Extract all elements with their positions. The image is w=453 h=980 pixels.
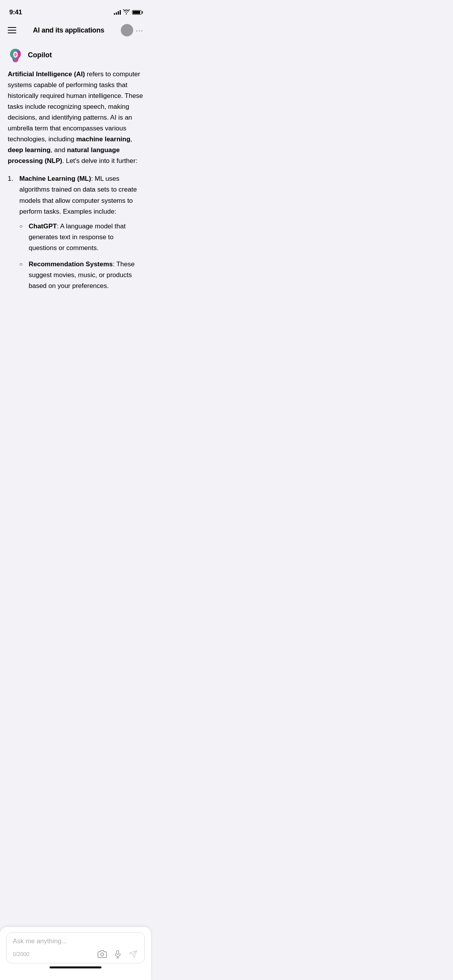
recommendation-title: Recommendation Systems	[29, 260, 113, 268]
bullet-content-chatgpt: ChatGPT: A language model that generates…	[29, 221, 143, 254]
status-bar: 9:41	[0, 0, 151, 19]
hamburger-menu-button[interactable]	[8, 27, 16, 33]
copilot-name-label: Copilot	[28, 51, 52, 59]
article-content: Artificial Intelligence (AI) refers to c…	[8, 69, 143, 297]
bullet-dot-icon: ○	[19, 222, 25, 254]
numbered-list: 1. Machine Learning (ML): ML uses algori…	[8, 173, 143, 296]
bold-ai-term: Artificial Intelligence (AI)	[8, 70, 85, 78]
copilot-logo-icon	[8, 47, 23, 63]
signal-icon	[114, 10, 121, 15]
battery-icon	[132, 10, 142, 15]
bullet-content-recommendation: Recommendation Systems: These suggest mo…	[29, 259, 143, 291]
bullet-item-recommendation: ○ Recommendation Systems: These suggest …	[19, 259, 143, 291]
main-content: Copilot Artificial Intelligence (AI) ref…	[0, 41, 151, 309]
bold-dl: deep learning	[8, 146, 51, 154]
nav-bar: AI and its applications ···	[0, 19, 151, 41]
list-item-ml: 1. Machine Learning (ML): ML uses algori…	[8, 173, 143, 296]
more-options-icon[interactable]: ···	[136, 26, 143, 35]
bold-ml: machine learning	[76, 135, 130, 143]
wifi-icon	[123, 9, 130, 15]
status-time: 9:41	[9, 9, 22, 16]
page-title: AI and its applications	[33, 26, 104, 34]
copilot-header: Copilot	[8, 47, 143, 63]
article-intro: Artificial Intelligence (AI) refers to c…	[8, 69, 143, 166]
avatar[interactable]	[121, 24, 133, 36]
status-icons	[114, 9, 142, 15]
bullet-dot-icon-2: ○	[19, 260, 25, 291]
nav-right-actions: ···	[121, 24, 143, 36]
bullet-list: ○ ChatGPT: A language model that generat…	[19, 221, 143, 291]
bullet-item-chatgpt: ○ ChatGPT: A language model that generat…	[19, 221, 143, 254]
ml-title: Machine Learning (ML)	[19, 175, 91, 182]
list-number: 1.	[8, 173, 15, 296]
svg-point-1	[14, 53, 17, 57]
chatgpt-title: ChatGPT	[29, 223, 57, 230]
list-item-content: Machine Learning (ML): ML uses algorithm…	[19, 173, 143, 296]
